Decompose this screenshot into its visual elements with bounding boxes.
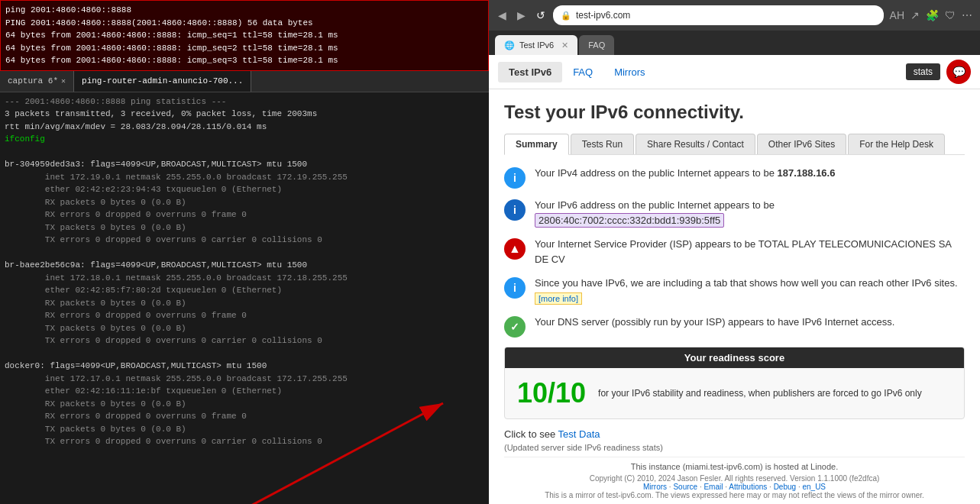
ipv6-address: 2806:40c:7002:cccc:332d:bdd1:939b:5ff5: [535, 213, 724, 228]
footer-link-attributions[interactable]: Attributions: [729, 483, 767, 491]
footer-mirror-note: This is a mirror of test-ipv6.com. The v…: [504, 491, 965, 499]
info-icon-dns: ✓: [504, 316, 526, 338]
info-icon-ipv6: i: [504, 199, 526, 221]
test-data-link[interactable]: Test Data: [558, 428, 600, 440]
terminal-line: 3 packets transmitted, 3 received, 0% pa…: [5, 108, 484, 121]
terminal-line: ether 02:42:e2:23:94:43 txqueuelen 0 (Et…: [5, 183, 484, 196]
browser-url: test-ipv6.com: [576, 10, 630, 21]
terminal-line: RX packets 0 bytes 0 (0.0 B): [5, 196, 484, 209]
chat-icon[interactable]: 💬: [946, 60, 971, 84]
info-text-isp: Your Internet Service Provider (ISP) app…: [535, 237, 965, 267]
terminal-panel[interactable]: ping 2001:4860:4860::8888 PING 2001:4860…: [0, 0, 489, 504]
terminal-line: --- 2001:4860:4860::8888 ping statistics…: [5, 95, 484, 108]
terminal-tab-close[interactable]: ✕: [61, 76, 66, 86]
terminal-line: TX errors 0 dropped 0 overruns 0 carrier…: [5, 234, 484, 247]
readiness-header: Your readiness score: [505, 347, 964, 368]
page-title: Test your IPv6 connectivity.: [504, 102, 965, 123]
footer-links: Copyright (C) 2010, 2024 Jason Fesler. A…: [504, 474, 965, 491]
terminal-line: RX errors 0 dropped 0 overruns 0 frame 0: [5, 410, 484, 423]
terminal-line: ether 02:42:16:11:1e:bf txqueuelen 0 (Et…: [5, 385, 484, 398]
info-text-tab: Since you have IPv6, we are including a …: [535, 276, 965, 305]
hosted-info-text: This instance (miami.test-ipv6.com) is h…: [631, 462, 838, 471]
share-icon[interactable]: ↗: [909, 8, 921, 23]
info-text-ipv6: Your IPv6 address on the public Internet…: [535, 198, 775, 228]
more-info-link[interactable]: [more info]: [535, 292, 582, 305]
browser-address-bar[interactable]: 🔒 test-ipv6.com: [553, 5, 884, 25]
site-navigation: Test IPv6 FAQ Mirrors stats 💬: [489, 55, 980, 89]
info-icon-ipv4: i: [504, 167, 526, 189]
terminal-line: ping 2001:4860:4860::8888: [5, 4, 484, 17]
site-nav-faq[interactable]: FAQ: [562, 62, 603, 82]
settings-icon[interactable]: ⋯: [960, 8, 974, 23]
test-data-row: Click to see Test Data: [504, 428, 965, 440]
browser-toolbar-icons: AH ↗ 🧩 🛡 ⋯: [888, 8, 974, 23]
readiness-section: Your readiness score 10/10 for your IPv6…: [504, 347, 965, 419]
terminal-tab-ping[interactable]: ping-router-admin-anuncio-700...: [74, 71, 251, 92]
terminal-line: 64 bytes from 2001:4860:4860::8888: icmp…: [5, 29, 484, 42]
browser-forward-button[interactable]: ▶: [514, 8, 529, 23]
browser-toolbar: ◀ ▶ ↺ 🔒 test-ipv6.com AH ↗ 🧩 🛡 ⋯: [489, 0, 980, 31]
translate-icon[interactable]: AH: [888, 8, 906, 23]
terminal-body: --- 2001:4860:4860::8888 ping statistics…: [0, 92, 489, 505]
terminal-line: ifconfig: [5, 133, 484, 146]
browser-panel: ◀ ▶ ↺ 🔒 test-ipv6.com AH ↗ 🧩 🛡 ⋯ 🌐 Test …: [489, 0, 980, 504]
hosted-info: This instance (miami.test-ipv6.com) is h…: [504, 457, 965, 471]
tab-help-desk[interactable]: For the Help Desk: [848, 134, 945, 154]
tab-close[interactable]: ✕: [561, 40, 568, 50]
terminal-line: PING 2001:4860:4860::8888(2001:4860:4860…: [5, 17, 484, 30]
terminal-line: ether 02:42:85:f7:80:2d txqueuelen 0 (Et…: [5, 284, 484, 297]
footer-link-debug[interactable]: Debug: [774, 483, 796, 491]
terminal-line: [5, 247, 484, 260]
terminal-line: RX errors 0 dropped 0 overruns 0 frame 0: [5, 208, 484, 221]
footer-copyright: Copyright (C) 2010, 2024 Jason Fesler. A…: [590, 474, 880, 483]
site-nav-test-ipv6[interactable]: Test IPv6: [498, 62, 562, 82]
readiness-body: 10/10 for your IPv6 stability and readin…: [505, 368, 964, 418]
footer-link-mirrors[interactable]: Mirrors: [643, 483, 667, 491]
terminal-line: inet 172.19.0.1 netmask 255.255.0.0 broa…: [5, 171, 484, 184]
content-area: Test your IPv6 connectivity. Summary Tes…: [489, 89, 980, 504]
terminal-line: RX packets 0 bytes 0 (0.0 B): [5, 398, 484, 411]
terminal-tab-captura[interactable]: captura 6* ✕: [0, 71, 74, 92]
browser-tab-faq[interactable]: FAQ: [579, 35, 614, 55]
tab-other-ipv6[interactable]: Other IPv6 Sites: [757, 134, 846, 154]
extension-icon[interactable]: 🧩: [924, 8, 940, 23]
terminal-line: TX errors 0 dropped 0 overruns 0 carrier…: [5, 334, 484, 347]
terminal-line: br-baee2be56c9a: flags=4099<UP,BROADCAST…: [5, 259, 484, 272]
browser-tab-test-ipv6[interactable]: 🌐 Test IPv6 ✕: [495, 35, 577, 55]
footer-link-email[interactable]: Email: [703, 483, 723, 491]
test-data-label: Click to see: [504, 428, 555, 440]
tab-label: Test IPv6: [519, 40, 554, 50]
site-nav-stats[interactable]: stats: [906, 63, 940, 80]
tab-tests-run[interactable]: Tests Run: [571, 134, 634, 154]
terminal-line: TX packets 0 bytes 0 (0.0 B): [5, 322, 484, 335]
terminal-line: RX packets 0 bytes 0 (0.0 B): [5, 297, 484, 310]
terminal-tab-label: captura 6*: [8, 76, 58, 86]
terminal-line: rtt min/avg/max/mdev = 28.083/28.094/28.…: [5, 121, 484, 134]
info-icon-isp: ▲: [504, 238, 526, 260]
terminal-line: TX packets 0 bytes 0 (0.0 B): [5, 221, 484, 234]
site-nav-mirrors[interactable]: Mirrors: [603, 62, 655, 82]
terminal-tabs: captura 6* ✕ ping-router-admin-anuncio-7…: [0, 71, 489, 92]
shield-icon[interactable]: 🛡: [943, 8, 957, 23]
footer-link-locale[interactable]: en_US: [802, 483, 826, 491]
terminal-line: inet 172.17.0.1 netmask 255.255.0.0 broa…: [5, 373, 484, 386]
tab-summary[interactable]: Summary: [504, 134, 569, 155]
info-icon-tab: i: [504, 277, 526, 299]
terminal-line: RX errors 0 dropped 0 overruns 0 frame 0: [5, 309, 484, 322]
info-text-ipv4: Your IPv4 address on the public Internet…: [535, 166, 835, 181]
info-row-ipv6: i Your IPv6 address on the public Intern…: [504, 198, 965, 228]
lock-icon: 🔒: [561, 11, 571, 21]
terminal-tab-label: ping-router-admin-anuncio-700...: [82, 76, 243, 86]
tab-favicon: 🌐: [504, 40, 515, 50]
readiness-score: 10/10: [517, 377, 586, 409]
browser-back-button[interactable]: ◀: [495, 8, 509, 23]
terminal-line: [5, 146, 484, 159]
terminal-line: [5, 347, 484, 360]
info-text-dns: Your DNS server (possibly run by your IS…: [535, 315, 894, 330]
info-row-ipv6-tab: i Since you have IPv6, we are including …: [504, 276, 965, 305]
terminal-line: 64 bytes from 2001:4860:4860::8888: icmp…: [5, 54, 484, 67]
tab-share-results[interactable]: Share Results / Contact: [636, 134, 755, 154]
footer-link-source[interactable]: Source: [673, 483, 697, 491]
browser-refresh-button[interactable]: ↺: [533, 8, 548, 23]
info-row-isp: ▲ Your Internet Service Provider (ISP) a…: [504, 237, 965, 267]
